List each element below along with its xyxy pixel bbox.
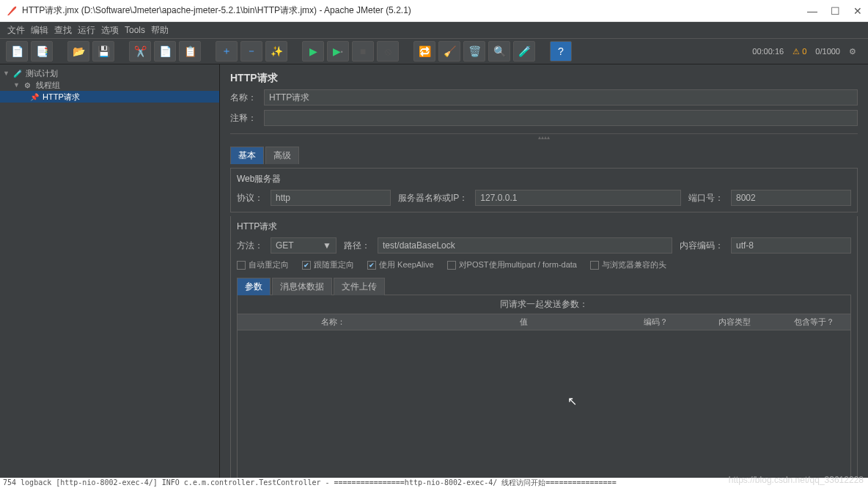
main: ▼🧪测试计划 ▼⚙线程组 📌HTTP请求 HTTP请求 名称： 注释： ▴▴▴▴… <box>0 64 868 478</box>
tree-http-request[interactable]: 📌HTTP请求 <box>0 91 219 103</box>
help-icon[interactable]: ? <box>550 41 572 62</box>
encoding-input[interactable] <box>731 237 851 254</box>
window-title: HTTP请求.jmx (D:\Software\Jmeter\apache-jm… <box>22 4 807 17</box>
thread-counter: 0/1000 <box>815 47 840 56</box>
comment-input[interactable] <box>264 110 858 126</box>
cut-icon[interactable]: ✂️ <box>129 41 151 62</box>
server-input[interactable] <box>475 190 681 206</box>
web-server-section: Web服务器 协议： 服务器名称或IP： 端口号： <box>230 168 858 212</box>
th-equals[interactable]: 包含等于？ <box>777 314 850 330</box>
th-value[interactable]: 值 <box>428 314 619 330</box>
th-content-type[interactable]: 内容类型 <box>692 314 777 330</box>
subtab-body[interactable]: 消息体数据 <box>272 278 332 295</box>
th-encode[interactable]: 编码？ <box>619 314 692 330</box>
menu-options[interactable]: 选项 <box>101 24 119 37</box>
gear-icon[interactable]: ⚙ <box>849 47 856 56</box>
titlebar: HTTP请求.jmx (D:\Software\Jmeter\apache-jm… <box>0 0 868 22</box>
warning-icon[interactable]: ⚠ 0 <box>792 47 806 56</box>
tab-basic[interactable]: 基本 <box>230 147 264 164</box>
table-caption: 同请求一起发送参数： <box>238 295 850 314</box>
server-label: 服务器名称或IP： <box>398 192 468 204</box>
path-input[interactable] <box>378 237 672 254</box>
protocol-label: 协议： <box>237 192 263 204</box>
check-keepalive[interactable]: 使用 KeepAlive <box>367 259 434 270</box>
clear-all-icon[interactable]: 🗑️ <box>463 41 485 62</box>
run-icon[interactable]: ▶ <box>302 41 324 62</box>
run-no-pause-icon[interactable]: ▶▪ <box>327 41 349 62</box>
check-multipart[interactable]: 对POST使用multipart / form-data <box>447 259 577 270</box>
maximize-button[interactable]: ☐ <box>831 5 840 17</box>
table-body[interactable] <box>238 330 850 478</box>
http-request-title: HTTP请求 <box>237 221 851 233</box>
toggle-icon[interactable]: 🔁 <box>413 41 435 62</box>
wand-icon[interactable]: ✨ <box>265 41 287 62</box>
th-name[interactable]: 名称： <box>238 314 428 330</box>
stop-icon[interactable]: ■ <box>352 41 374 62</box>
method-select[interactable]: GET▼ <box>271 237 336 254</box>
feather-icon <box>6 5 18 17</box>
search-icon[interactable]: 🔍 <box>488 41 510 62</box>
open-icon[interactable]: 📂 <box>67 41 89 62</box>
tree-panel[interactable]: ▼🧪测试计划 ▼⚙线程组 📌HTTP请求 <box>0 64 220 478</box>
check-follow-redirect[interactable]: 跟随重定向 <box>302 259 354 270</box>
menu-help[interactable]: 帮助 <box>151 24 169 37</box>
comment-label: 注释： <box>230 112 257 125</box>
menu-run[interactable]: 运行 <box>78 24 95 37</box>
close-button[interactable]: ✕ <box>853 5 862 17</box>
menu-search[interactable]: 查找 <box>54 24 72 37</box>
port-input[interactable] <box>731 190 851 206</box>
tree-thread-group[interactable]: ▼⚙线程组 <box>0 79 219 91</box>
menubar: 文件 编辑 查找 运行 选项 Tools 帮助 <box>0 22 868 38</box>
copy-icon[interactable]: 📄 <box>154 41 176 62</box>
menu-file[interactable]: 文件 <box>7 24 25 37</box>
subtab-params[interactable]: 参数 <box>237 278 271 295</box>
watermark: https://blog.csdn.net/qq_33612228 <box>729 475 864 485</box>
menu-tools[interactable]: Tools <box>125 25 145 35</box>
minus-icon[interactable]: － <box>240 41 262 62</box>
table-header: 名称： 值 编码？ 内容类型 包含等于？ <box>238 314 850 330</box>
toolbar: 📄 📑 📂 💾 ✂️ 📄 📋 ＋ － ✨ ▶ ▶▪ ■ ⦸ 🔁 🧹 🗑️ 🔍 🧪… <box>0 38 868 64</box>
port-label: 端口号： <box>688 192 724 204</box>
http-request-section: HTTP请求 方法： GET▼ 路径： 内容编码： 自动重定向 跟随重定向 使用… <box>230 216 858 478</box>
plus-icon[interactable]: ＋ <box>216 41 238 62</box>
timer: 00:00:16 <box>752 47 784 56</box>
clear-icon[interactable]: 🧹 <box>438 41 460 62</box>
path-label: 路径： <box>344 240 370 252</box>
check-auto-redirect[interactable]: 自动重定向 <box>237 259 289 270</box>
paste-icon[interactable]: 📋 <box>179 41 201 62</box>
minimize-button[interactable]: — <box>807 5 817 17</box>
encoding-label: 内容编码： <box>680 240 724 252</box>
check-browser-header[interactable]: 与浏览器兼容的头 <box>590 259 666 270</box>
new-icon[interactable]: 📄 <box>6 41 28 62</box>
tree-test-plan[interactable]: ▼🧪测试计划 <box>0 67 219 79</box>
save-icon[interactable]: 💾 <box>92 41 114 62</box>
shutdown-icon[interactable]: ⦸ <box>377 41 399 62</box>
menu-edit[interactable]: 编辑 <box>31 24 48 37</box>
name-label: 名称： <box>230 92 257 104</box>
protocol-input[interactable] <box>271 190 391 206</box>
subtab-file[interactable]: 文件上传 <box>334 278 385 295</box>
function-icon[interactable]: 🧪 <box>513 41 535 62</box>
params-table: 同请求一起发送参数： 名称： 值 编码？ 内容类型 包含等于？ <box>237 295 851 478</box>
web-server-title: Web服务器 <box>237 173 851 185</box>
panel-title: HTTP请求 <box>230 72 858 85</box>
chevron-down-icon: ▼ <box>323 240 331 251</box>
tab-advanced[interactable]: 高级 <box>265 147 299 164</box>
templates-icon[interactable]: 📑 <box>31 41 53 62</box>
content-panel: HTTP请求 名称： 注释： ▴▴▴▴ 基本 高级 Web服务器 协议： 服务器… <box>220 64 868 478</box>
collapse-handle[interactable]: ▴▴▴▴ <box>230 133 858 136</box>
name-input[interactable] <box>264 89 858 106</box>
method-label: 方法： <box>237 240 263 252</box>
